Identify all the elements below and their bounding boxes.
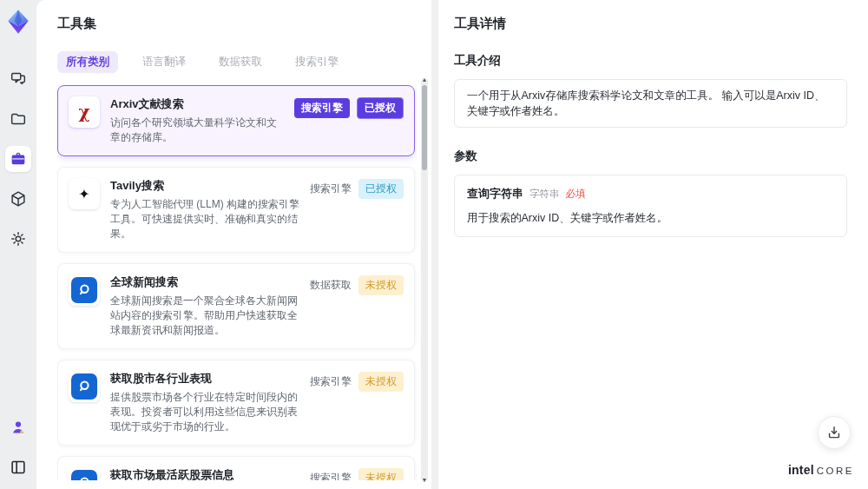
tool-category-tag: 数据获取 bbox=[310, 278, 352, 293]
tool-card[interactable]: ✦ Tavily搜索 专为人工智能代理 (LLM) 构建的搜索引擎工具。可快速提… bbox=[57, 167, 415, 253]
tool-title: 获取股市各行业表现 bbox=[110, 371, 301, 387]
tool-card[interactable]: 全球新闻搜索 全球新闻搜索是一个聚合全球各大新闻网站内容的搜索引擎。帮助用户快速… bbox=[57, 263, 415, 349]
params-heading: 参数 bbox=[454, 149, 847, 164]
tavily-icon: ✦ bbox=[69, 178, 100, 209]
logo-gem-icon bbox=[3, 7, 33, 36]
tool-description: 提供股票市场各个行业在特定时间段内的表现。投资者可以利用这些信息来识别表现优于或… bbox=[110, 390, 301, 434]
tool-category-tag: 搜索引擎 bbox=[310, 374, 352, 389]
main-area: 工具集 所有类别 语言翻译 数据获取 搜索引擎 χ Arxiv文献搜索 访问各个… bbox=[36, 0, 868, 489]
tool-title: 全球新闻搜索 bbox=[110, 274, 301, 290]
param-name: 查询字符串 bbox=[467, 186, 523, 202]
tool-detail-pane: 工具详情 工具介绍 一个用于从Arxiv存储库搜索科学论文和文章的工具。 输入可… bbox=[438, 0, 868, 489]
download-icon bbox=[825, 424, 843, 441]
pane-divider bbox=[431, 0, 438, 489]
toolbox-icon[interactable] bbox=[5, 146, 31, 172]
scroll-up-arrow[interactable]: ▲ bbox=[421, 76, 428, 83]
page-title: 工具集 bbox=[57, 16, 431, 32]
intro-heading: 工具介绍 bbox=[454, 53, 847, 69]
tool-status-badge: 已授权 bbox=[358, 179, 404, 199]
param-type: 字符串 bbox=[529, 188, 560, 201]
category-tabs: 所有类别 语言翻译 数据获取 搜索引擎 bbox=[57, 51, 431, 73]
tool-category-tag: 搜索引擎 bbox=[294, 98, 350, 118]
category-tab[interactable]: 所有类别 bbox=[57, 51, 118, 73]
arxiv-icon: χ bbox=[69, 96, 100, 128]
param-description: 用于搜索的Arxiv ID、关键字或作者姓名。 bbox=[467, 210, 834, 226]
param-required-badge: 必填 bbox=[566, 188, 586, 201]
chat-icon[interactable] bbox=[5, 66, 31, 92]
category-tab[interactable]: 语言翻译 bbox=[134, 51, 194, 73]
tool-title: 获取市场最活跃股票信息 bbox=[110, 467, 301, 480]
cube-icon[interactable] bbox=[5, 186, 31, 212]
detail-title: 工具详情 bbox=[454, 16, 847, 32]
tool-title: Arxiv文献搜索 bbox=[110, 96, 286, 112]
tool-title: Tavily搜索 bbox=[110, 178, 301, 194]
user-icon[interactable] bbox=[5, 414, 31, 440]
scroll-down-arrow[interactable]: ▼ bbox=[421, 477, 428, 484]
category-tab[interactable]: 数据获取 bbox=[210, 51, 271, 73]
left-rail bbox=[0, 0, 36, 489]
news-search-app-icon bbox=[69, 274, 100, 306]
tool-description: 全球新闻搜索是一个聚合全球各大新闻网站内容的搜索引擎。帮助用户快速获取全球最新资… bbox=[110, 294, 301, 338]
tool-description: 访问各个研究领域大量科学论文和文章的存储库。 bbox=[110, 116, 286, 145]
stock-sector-app-icon bbox=[69, 371, 100, 402]
tool-list-pane: 工具集 所有类别 语言翻译 数据获取 搜索引擎 χ Arxiv文献搜索 访问各个… bbox=[36, 0, 431, 489]
tool-status-badge: 已授权 bbox=[357, 97, 404, 119]
scrollbar-thumb[interactable] bbox=[422, 85, 427, 170]
tool-status-badge: 未授权 bbox=[358, 468, 404, 480]
parameter-item: 查询字符串 字符串 必填 用于搜索的Arxiv ID、关键字或作者姓名。 bbox=[454, 175, 847, 237]
tool-card[interactable]: 获取股市各行业表现 提供股票市场各个行业在特定时间段内的表现。投资者可以利用这些… bbox=[57, 360, 415, 446]
tool-status-badge: 未授权 bbox=[358, 275, 404, 295]
active-stocks-app-icon bbox=[69, 467, 100, 480]
settings-gear-icon[interactable] bbox=[5, 226, 31, 252]
intel-core-logo: intel core bbox=[788, 463, 854, 477]
panel-toggle-icon[interactable] bbox=[5, 454, 31, 480]
tool-card[interactable]: 获取市场最活跃股票信息 提供当天交易量最高的股票列表，投资者可以利用这些信息来识… bbox=[57, 456, 415, 480]
download-button[interactable] bbox=[818, 416, 851, 449]
folder-icon[interactable] bbox=[5, 106, 31, 132]
list-scrollbar[interactable]: ▲ ▼ bbox=[421, 78, 428, 482]
tool-status-badge: 未授权 bbox=[358, 372, 404, 392]
tool-intro-text: 一个用于从Arxiv存储库搜索科学论文和文章的工具。 输入可以是Arxiv ID… bbox=[454, 79, 847, 128]
tool-list: χ Arxiv文献搜索 访问各个研究领域大量科学论文和文章的存储库。 搜索引擎 … bbox=[57, 85, 417, 480]
tool-description: 专为人工智能代理 (LLM) 构建的搜索引擎工具。可快速提供实时、准确和真实的结… bbox=[110, 197, 301, 241]
category-tab[interactable]: 搜索引擎 bbox=[286, 51, 347, 73]
tool-category-tag: 搜索引擎 bbox=[310, 471, 352, 480]
tool-card[interactable]: χ Arxiv文献搜索 访问各个研究领域大量科学论文和文章的存储库。 搜索引擎 … bbox=[57, 85, 415, 156]
tool-category-tag: 搜索引擎 bbox=[310, 182, 352, 196]
